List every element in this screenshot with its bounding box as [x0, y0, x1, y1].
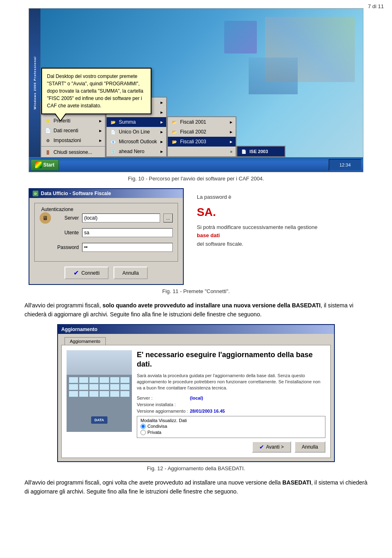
- aggiorn-update-label: Versione aggiornamento :: [137, 409, 190, 413]
- server-icon: 🖥: [40, 212, 51, 224]
- fig11-caption: Fig. 11 - Premete "Connetti".: [24, 288, 368, 294]
- server-input[interactable]: (local): [82, 213, 160, 222]
- aggiorn-version-label: Versione installata :: [137, 402, 190, 407]
- menu-item-dati[interactable]: 📄 Dati recenti ▶: [41, 126, 105, 136]
- password-hint-box: La password è SA. Si potrà modificare su…: [192, 188, 363, 253]
- radio-privata-label: Privata: [147, 430, 161, 435]
- menu-label-chiudi: Chiudi sessione...: [53, 149, 92, 155]
- aggiorn-update-field: Versione aggiornamento : 28/01/2003 16.4…: [137, 409, 325, 413]
- hint-bold: base dati: [197, 232, 220, 238]
- impostazioni-arrow: ▶: [99, 139, 102, 142]
- submenu-more[interactable]: »: [168, 147, 236, 156]
- menu-item-chiudi[interactable]: 🚪 Chiudi sessione...: [41, 147, 105, 157]
- summa-submenu: 📂 Fiscali 2001 ▶ 📂 Fiscali 2002 ▶ 📂 Fisc…: [167, 116, 236, 157]
- submenu-label-ahead: ahead Nero: [119, 149, 145, 154]
- submenu-unico[interactable]: 📄 Unico On Line ▶: [107, 127, 166, 137]
- hint-line1: La password è: [197, 194, 232, 200]
- summa-arrow: ▶: [160, 120, 163, 124]
- utente-input[interactable]: [82, 228, 173, 237]
- hint-line2: Si potrà modificare successivamente nell…: [197, 224, 318, 230]
- radio-privata-row: Privata: [140, 430, 322, 435]
- submenu-label-fiscali2002: Fiscali 2002: [180, 129, 206, 135]
- aggiorn-annulla-button[interactable]: Annulla: [294, 441, 325, 453]
- chiudi-icon: 🚪: [45, 149, 51, 156]
- autenticazione-legend: Autenticazione: [40, 207, 173, 212]
- outlook-icon: 📧: [110, 138, 116, 145]
- server-label: Server: [54, 215, 79, 221]
- hint-sa: SA.: [197, 203, 359, 222]
- hint-line3: del software fiscale.: [197, 241, 243, 247]
- login-dialog: D Data Ufficio - Software Fiscale Autent…: [29, 188, 184, 285]
- submenu-label-fiscali2003: Fiscali 2003: [180, 139, 206, 145]
- callout-text: Dal Desktop del vostro computer premete …: [47, 73, 143, 109]
- login-body: Autenticazione 🖥 Server (local) ... Uten…: [29, 198, 183, 284]
- server-value: (local): [84, 215, 98, 221]
- aggiorn-server-label: Server :: [137, 396, 190, 400]
- aggiornamento-dialog: Aggiornamento Aggiornamento: [57, 324, 335, 462]
- aggiorn-titlebar: Aggiornamento: [58, 325, 334, 334]
- radio-condivisa-label: Condivisa: [147, 424, 167, 429]
- fiscali2003-icon: 📂: [171, 138, 178, 145]
- ise-submenu: 📄 ISE 2003: [236, 146, 285, 157]
- menu-item-preferiti[interactable]: ★ Preferiti ▶: [41, 116, 105, 126]
- password-row: Password: [40, 242, 173, 253]
- callout-box: Dal Desktop del vostro computer premete …: [41, 68, 151, 114]
- login-buttons: ✔ Connetti Annulla: [34, 267, 178, 279]
- server-row: 🖥 Server (local) ...: [40, 212, 173, 224]
- login-title: Data Ufficio - Software Fiscale: [41, 191, 111, 196]
- menu-label-impostazioni: Impostazioni: [53, 138, 81, 143]
- menu-item-impostazioni[interactable]: ⚙ Impostazioni ▶: [41, 136, 105, 145]
- submenu-summa[interactable]: 📂 Summa ▶: [107, 117, 166, 127]
- aggiorn-tab-bar: Aggiornamento: [58, 334, 334, 345]
- autenticazione-group: Autenticazione 🖥 Server (local) ... Uten…: [34, 203, 178, 262]
- submenu-label-ise2003: ISE 2003: [249, 149, 268, 154]
- building-windows: [67, 375, 132, 399]
- submenu-outlook[interactable]: 📧 Microsoft Outlook ▶: [107, 137, 166, 147]
- submenu-fiscali2003[interactable]: 📂 Fiscali 2003 ▶: [168, 137, 236, 147]
- submenu-ahead[interactable]: 💿 ahead Nero ▶: [107, 147, 166, 156]
- avanti-label: Avanti >: [266, 444, 283, 450]
- aggiorn-body: DATA E' necessario eseguire l'aggiorname…: [61, 345, 331, 458]
- login-titlebar: D Data Ufficio - Software Fiscale: [29, 189, 183, 198]
- aggiorn-desc: Sarà avviata la procedura guidata per l'…: [137, 373, 325, 391]
- dati-arrow: ▶: [99, 129, 102, 133]
- preferiti-arrow: ▶: [99, 119, 102, 123]
- aggiorn-tab[interactable]: Aggiornamento: [65, 337, 106, 345]
- radio-privata[interactable]: [140, 430, 146, 435]
- aggiorn-content: E' necessario eseguire l'aggiornamento d…: [137, 350, 325, 453]
- unico-icon: 📄: [110, 129, 116, 135]
- submenu-ise2003[interactable]: 📄 ISE 2003: [237, 147, 285, 156]
- submenu-fiscali2001[interactable]: 📂 Fiscali 2001 ▶: [168, 117, 236, 127]
- body-text-1: All'avvio dei programmi fiscali, solo qu…: [24, 301, 368, 319]
- impostazioni-icon: ⚙: [45, 137, 51, 144]
- submenu-label-unico: Unico On Line: [119, 129, 150, 135]
- start-button[interactable]: Start: [31, 159, 59, 171]
- start-icon: [35, 162, 42, 168]
- utente-row: Utente: [40, 227, 173, 238]
- fiscali2002-icon: 📂: [171, 129, 178, 135]
- connetti-button[interactable]: ✔ Connetti: [65, 267, 109, 279]
- outlook-arrow: ▶: [160, 140, 163, 144]
- radio-condivisa[interactable]: [140, 424, 146, 429]
- ise2003-icon: 📄: [241, 148, 247, 155]
- password-input[interactable]: [82, 243, 173, 252]
- server-browse-button[interactable]: ...: [163, 213, 173, 222]
- dati-icon: 📄: [45, 127, 51, 134]
- start-label: Start: [43, 162, 54, 168]
- aggiorn-main-title: E' necessario eseguire l'aggiornamento d…: [137, 350, 325, 369]
- submenu-fiscali2002[interactable]: 📂 Fiscali 2002 ▶: [168, 127, 236, 137]
- aggiorn-server-value: (local): [190, 396, 203, 400]
- annulla-button[interactable]: Annulla: [114, 267, 148, 279]
- radio-condivisa-row: Condivisa: [140, 424, 322, 429]
- screenshot-2-wrapper: D Data Ufficio - Software Fiscale Autent…: [29, 188, 363, 285]
- ahead-icon: 💿: [110, 148, 116, 155]
- annulla-label: Annulla: [122, 270, 139, 276]
- isee-arrow: ▶: [160, 111, 163, 114]
- summa-icon: 📂: [110, 119, 116, 125]
- body-text-2: All'avvio dei programmi fiscali, ogni vo…: [24, 478, 368, 496]
- windows-badge: Windows 2000 Professional: [29, 9, 40, 157]
- preferiti-icon: ★: [45, 118, 51, 124]
- avanti-button[interactable]: ✔ Avanti >: [252, 441, 291, 453]
- system-clock: 12:34: [329, 159, 361, 171]
- fig10-caption: Fig. 10 - Percorso per l'avvio dei softw…: [24, 176, 368, 182]
